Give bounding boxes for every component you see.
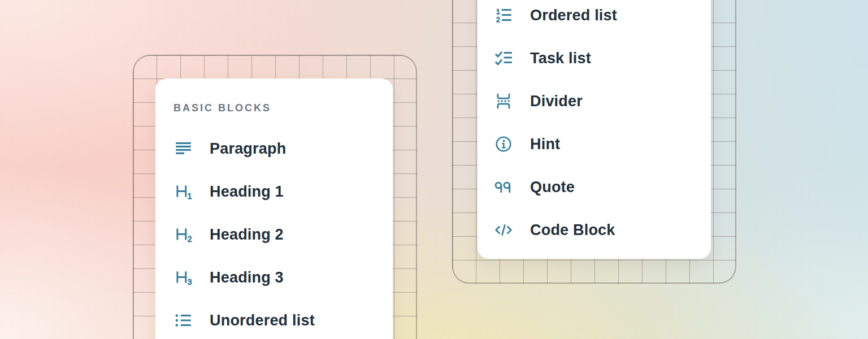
menu-item-label: Ordered list xyxy=(530,7,617,24)
menu-item-label: Heading 1 xyxy=(210,183,284,201)
divider-icon xyxy=(494,92,513,111)
basic-blocks-menu-card: BASIC BLOCKS Paragraph Heading 1 Heading… xyxy=(155,79,393,339)
menu-item-label: Heading 2 xyxy=(210,226,284,244)
menu-item-quote[interactable]: Quote xyxy=(494,166,711,208)
gradient-background xyxy=(0,0,868,339)
menu-item-paragraph[interactable]: Paragraph xyxy=(173,127,393,170)
menu-item-task-list[interactable]: Task list xyxy=(494,37,711,80)
heading-2-icon xyxy=(173,225,193,244)
quote-icon xyxy=(494,177,513,197)
code-block-icon xyxy=(494,220,513,240)
menu-item-code-block[interactable]: Code Block xyxy=(494,208,711,251)
menu-item-unordered-list[interactable]: Unordered list xyxy=(173,299,393,339)
paragraph-icon xyxy=(173,139,193,158)
blocks-menu: Ordered list Task list Divider Hint Quot… xyxy=(494,0,711,251)
menu-item-label: Unordered list xyxy=(210,312,315,329)
menu-item-label: Heading 3 xyxy=(210,269,284,286)
menu-item-heading-1[interactable]: Heading 1 xyxy=(173,170,393,213)
heading-1-icon xyxy=(173,182,193,201)
hint-icon xyxy=(494,134,513,154)
menu-item-divider[interactable]: Divider xyxy=(494,80,711,123)
blocks-menu-card: Ordered list Task list Divider Hint Quot… xyxy=(478,0,711,259)
menu-item-hint[interactable]: Hint xyxy=(494,123,711,166)
menu-item-heading-2[interactable]: Heading 2 xyxy=(173,213,393,256)
menu-item-label: Hint xyxy=(530,136,560,153)
menu-item-label: Code Block xyxy=(530,221,615,239)
ordered-list-icon xyxy=(494,6,513,25)
task-list-icon xyxy=(494,49,513,68)
menu-item-label: Task list xyxy=(530,50,591,67)
menu-item-label: Paragraph xyxy=(210,140,286,158)
section-label-basic-blocks: BASIC BLOCKS xyxy=(173,102,393,114)
menu-item-label: Quote xyxy=(530,179,575,196)
menu-item-label: Divider xyxy=(530,93,583,110)
unordered-list-icon xyxy=(173,311,193,330)
menu-item-heading-3[interactable]: Heading 3 xyxy=(173,256,393,299)
basic-blocks-menu: Paragraph Heading 1 Heading 2 Heading 3 … xyxy=(173,127,393,339)
menu-item-ordered-list[interactable]: Ordered list xyxy=(494,0,711,37)
heading-3-icon xyxy=(173,268,193,287)
